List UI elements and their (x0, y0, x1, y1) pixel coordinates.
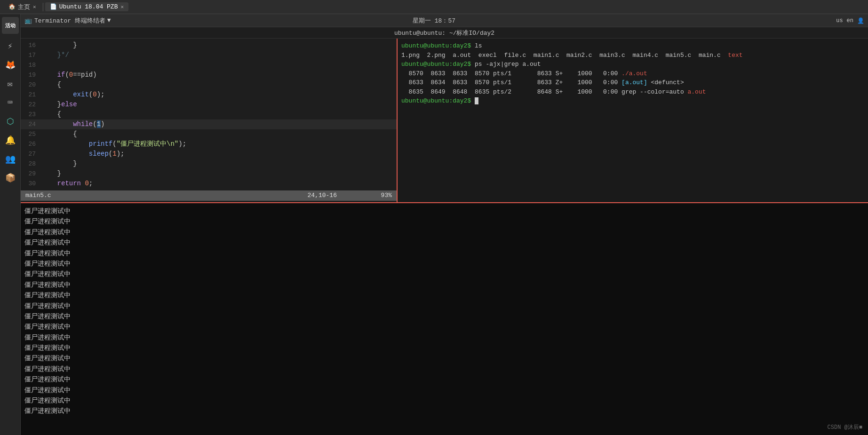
bottom-line-15: 僵尸进程测试中 (24, 353, 864, 364)
bottom-line-9: 僵尸进程测试中 (24, 290, 864, 301)
taskbar-icon-3[interactable]: ✉ (2, 75, 19, 92)
tab-home[interactable]: 🏠 主页 ✕ (4, 2, 41, 12)
bottom-line-14: 僵尸进程测试中 (24, 343, 864, 353)
code-line-16: 16 } (21, 40, 397, 50)
editor-status: main5.c 24,10-16 93% (21, 190, 397, 201)
editor-scroll-pct: 93% (381, 192, 392, 199)
taskbar-icon-7[interactable]: 👥 (2, 150, 19, 167)
code-line-18: 18 (21, 60, 397, 70)
taskbar-icon-1[interactable]: ⚡ (2, 38, 19, 55)
top-split: 16 } 17 }*/ 18 (21, 39, 868, 203)
ps-aout-red: ./a.out (621, 70, 647, 77)
home-icon: 🏠 (8, 3, 16, 10)
menu-dropdown-icon[interactable]: ▼ (107, 17, 111, 24)
bottom-line-17: 僵尸进程测试中 (24, 374, 864, 385)
code-line-27: 27 sleep(1); (21, 149, 397, 159)
tab-ubuntu[interactable]: 📄 Ubuntu 18.04 PZB ✕ (45, 2, 128, 11)
prompt-ls: ubuntu@ubuntu:day2$ (401, 42, 471, 49)
bottom-terminal[interactable]: 僵尸进程测试中 僵尸进程测试中 僵尸进程测试中 僵尸进程测试中 僵尸进程测试中 … (21, 203, 868, 435)
prompt-ps: ubuntu@ubuntu:day2$ (401, 61, 471, 68)
bottom-line-7: 僵尸进程测试中 (24, 269, 864, 279)
bottom-line-6: 僵尸进程测试中 (24, 259, 864, 269)
bottom-line-18: 僵尸进程测试中 (24, 385, 864, 395)
ps-defunct: [a.out] (621, 79, 647, 86)
window-title: ubuntu@ubuntu: ~/标准IO/day2 (21, 27, 868, 39)
taskbar-icon-4[interactable]: ⌨ (2, 94, 19, 111)
bottom-line-16: 僵尸进程测试中 (24, 364, 864, 374)
code-line-24: 24 while(1) (21, 119, 397, 129)
taskbar-icon-5[interactable]: ⬡ (2, 113, 19, 130)
terminal-ps-row1: 8570 8633 8633 8570 pts/1 8633 S+ 1000 0… (401, 69, 864, 79)
terminator-label: 📺 Terminator 终端终结者 ▼ (24, 16, 111, 25)
language-selector[interactable]: en (847, 17, 853, 24)
window-title-text: ubuntu@ubuntu: ~/标准IO/day2 (394, 29, 494, 37)
code-line-30: 30 return 0; (21, 179, 397, 189)
bottom-line-5: 僵尸进程测试中 (24, 248, 864, 259)
tab-ubuntu-close[interactable]: ✕ (120, 4, 124, 10)
clock-area: 星期一 18：57 (413, 14, 455, 27)
cursor-block: _ (475, 97, 478, 104)
topbar: 🏠 主页 ✕ 📄 Ubuntu 18.04 PZB ✕ (0, 0, 868, 14)
tab-home-label: 主页 (18, 3, 30, 11)
code-line-21: 21 exit(0); (21, 90, 397, 100)
editor-cursor-pos: 24,10-16 (308, 192, 337, 199)
bottom-line-20: 僵尸进程测试中 (24, 406, 864, 416)
terminal-line-ps-cmd: ubuntu@ubuntu:day2$ ps -ajx|grep a.out (401, 60, 864, 69)
taskbar-activity[interactable]: 活动 (2, 17, 19, 34)
editor-terminal-area: 16 } 17 }*/ 18 (21, 39, 868, 435)
taskbar-icon-8[interactable]: 📦 (2, 169, 19, 186)
terminal-ps-row2: 8633 8634 8633 8570 pts/1 8633 Z+ 1000 0… (401, 78, 864, 87)
ps-grep-aout: a.out (688, 88, 706, 95)
tab-home-close[interactable]: ✕ (33, 4, 36, 10)
tab-divider (43, 3, 43, 11)
bottom-line-1: 僵尸进程测试中 (24, 206, 864, 216)
bottom-line-3: 僵尸进程测试中 (24, 227, 864, 237)
right-terminal-pane[interactable]: ubuntu@ubuntu:day2$ ls 1.png 2.png a.out… (398, 39, 868, 202)
bottom-line-10: 僵尸进程测试中 (24, 301, 864, 311)
taskbar-icon-2[interactable]: 🦊 (2, 56, 19, 73)
terminal-line-ls-cmd: ubuntu@ubuntu:day2$ ls (401, 41, 864, 51)
main-content: ubuntu@ubuntu: ~/标准IO/day2 16 } 17 }*/ (21, 27, 868, 435)
editor-position: 24,10-16 93% (308, 191, 392, 200)
watermark-text: CSDN @沐辰■ (828, 424, 862, 431)
prompt-empty: ubuntu@ubuntu:day2$ (401, 97, 471, 104)
bottom-line-12: 僵尸进程测试中 (24, 322, 864, 332)
tab-ubuntu-label: Ubuntu 18.04 PZB (59, 3, 118, 10)
bottom-line-4: 僵尸进程测试中 (24, 237, 864, 248)
bottom-line-8: 僵尸进程测试中 (24, 280, 864, 290)
user-icon[interactable]: 👤 (857, 17, 864, 24)
bottom-line-11: 僵尸进程测试中 (24, 311, 864, 322)
terminal-ps-row3: 8635 8649 8648 8635 pts/2 8648 S+ 1000 0… (401, 87, 864, 97)
terminal-line-ls-output: 1.png 2.png a.out execl file.c main1.c m… (401, 51, 864, 60)
clock-display: 星期一 18：57 (413, 16, 455, 25)
watermark: CSDN @沐辰■ (828, 423, 862, 431)
code-lines: 16 } 17 }*/ 18 (21, 39, 397, 190)
bottom-line-19: 僵尸进程测试中 (24, 395, 864, 406)
editor-pane[interactable]: 16 } 17 }*/ 18 (21, 39, 398, 202)
code-line-29: 29 } (21, 169, 397, 179)
terminator-icon: 📺 (24, 17, 32, 24)
keyboard-layout[interactable]: us (836, 17, 843, 24)
editor-filename: main5.c (25, 191, 51, 200)
code-line-17: 17 }*/ (21, 50, 397, 60)
code-line-20: 20 { (21, 80, 397, 90)
ubuntu-icon: 📄 (50, 3, 57, 10)
code-line-23: 23 { (21, 110, 397, 119)
code-line-22: 22 }else (21, 100, 397, 110)
code-line-19: 19 if(0==pid) (21, 70, 397, 80)
bottom-line-13: 僵尸进程测试中 (24, 332, 864, 343)
terminal-line-empty-prompt: ubuntu@ubuntu:day2$ _ (401, 96, 864, 106)
code-line-28: 28 } (21, 159, 397, 169)
ls-text-file: text (728, 52, 742, 59)
taskbar: 活动 ⚡ 🦊 ✉ ⌨ ⬡ 🔔 👥 📦 (0, 14, 21, 435)
code-line-25: 25 { (21, 129, 397, 139)
bottom-line-2: 僵尸进程测试中 (24, 216, 864, 227)
systray: us en 👤 (836, 14, 864, 27)
code-line-26: 26 printf("僵尸进程测试中\n"); (21, 139, 397, 149)
taskbar-icon-6[interactable]: 🔔 (2, 132, 19, 149)
